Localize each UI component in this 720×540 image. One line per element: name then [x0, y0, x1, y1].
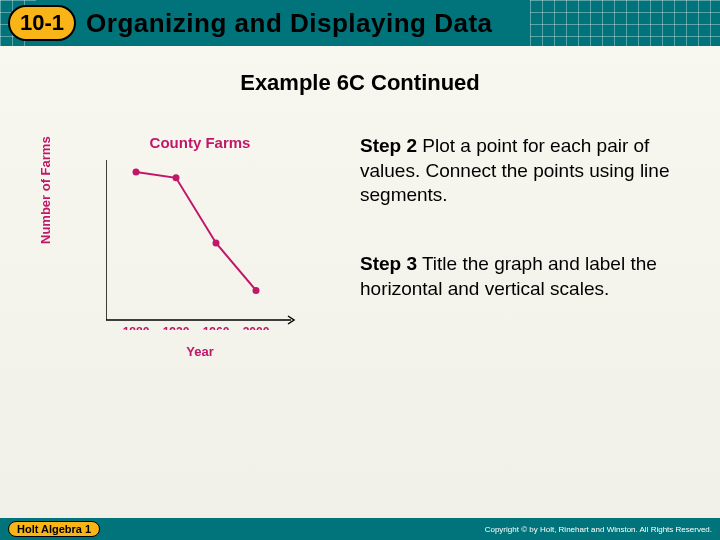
svg-point-8 — [133, 168, 140, 175]
chart-plot: 0 50 100 150 200 250 1880 1920 1960 2000 — [106, 160, 296, 330]
chart-xlabel: Year — [80, 344, 320, 359]
svg-point-10 — [213, 240, 220, 247]
header-bar: 10-1 Organizing and Displaying Data — [0, 0, 720, 46]
chart: County Farms Number of Farms 0 50 100 15… — [50, 134, 320, 384]
header-grid-deco-right — [530, 0, 720, 46]
svg-point-11 — [253, 287, 260, 294]
footer-bar: Holt Algebra 1 Copyright © by Holt, Rine… — [0, 518, 720, 540]
step-2-label: Step 2 — [360, 135, 417, 156]
example-subtitle: Example 6C Continued — [0, 70, 720, 96]
content-row: County Farms Number of Farms 0 50 100 15… — [0, 134, 720, 384]
section-badge: 10-1 — [8, 5, 76, 41]
xtick-1920: 1920 — [163, 325, 190, 330]
xtick-1960: 1960 — [203, 325, 230, 330]
chart-ylabel: Number of Farms — [38, 136, 53, 244]
page-title: Organizing and Displaying Data — [86, 8, 493, 39]
footer-copyright: Copyright © by Holt, Rinehart and Winsto… — [485, 525, 712, 534]
xtick-2000: 2000 — [243, 325, 270, 330]
footer-book-badge: Holt Algebra 1 — [8, 521, 100, 537]
svg-point-9 — [173, 174, 180, 181]
step-3-block: Step 3 Title the graph and label the hor… — [360, 252, 692, 301]
step-2-block: Step 2 Plot a point for each pair of val… — [360, 134, 692, 208]
chart-title: County Farms — [80, 134, 320, 151]
xtick-1880: 1880 — [123, 325, 150, 330]
instructions-column: Step 2 Plot a point for each pair of val… — [360, 134, 692, 384]
chart-container: County Farms Number of Farms 0 50 100 15… — [50, 134, 330, 384]
step-3-label: Step 3 — [360, 253, 417, 274]
